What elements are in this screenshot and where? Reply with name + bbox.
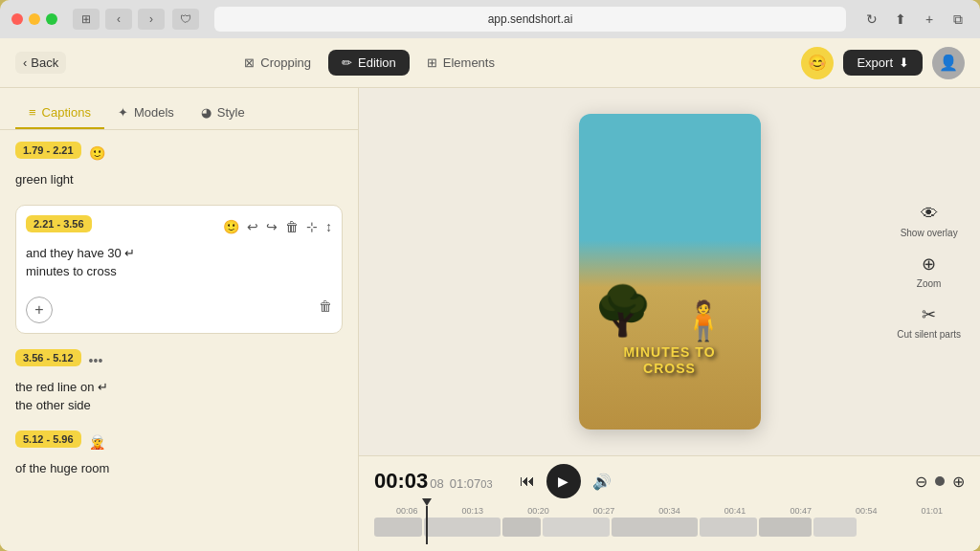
emoji-button[interactable]: 😊 xyxy=(801,47,834,79)
caption-line1: MINUTES TO xyxy=(623,344,715,360)
address-bar[interactable]: app.sendshort.ai xyxy=(214,7,846,32)
video-caption-overlay: MINUTES TO CROSS xyxy=(579,344,761,377)
caption-controls-2: 2.21 - 3.56 🙂 ↩ ↪ 🗑 ⊹ ↕ xyxy=(26,215,332,238)
refresh-icon[interactable]: ↻ xyxy=(861,9,882,30)
emoji-icon-2[interactable]: 🙂 xyxy=(223,219,239,234)
timeline-clip-5 xyxy=(612,518,698,537)
list-item: 3.56 - 5.12 ••• the red line on ↵ the ot… xyxy=(15,349,343,415)
maximize-window-button[interactable] xyxy=(46,13,57,25)
models-icon: ✦ xyxy=(118,105,128,120)
timeline-clip-8 xyxy=(813,518,857,537)
minimize-window-button[interactable] xyxy=(29,13,40,25)
ruler-mark-2: 00:13 xyxy=(440,506,506,516)
character-decoration: 🧍 xyxy=(679,298,727,343)
tab-cropping[interactable]: ⊠ Cropping xyxy=(231,50,324,76)
sidebar-tab-captions[interactable]: ≡ Captions xyxy=(15,98,104,129)
models-label: Models xyxy=(134,105,174,120)
browser-frame: ⊞ ‹ › 🛡 app.sendshort.ai ↻ ⬆ + ⧉ ‹ Back … xyxy=(0,0,980,551)
export-button[interactable]: Export ⬇ xyxy=(843,50,923,76)
add-segment-icon[interactable]: ⊹ xyxy=(306,219,318,234)
caption-text-3b[interactable]: the other side xyxy=(15,396,343,415)
caption-text-1[interactable]: green light xyxy=(15,170,343,189)
browser-navigation: ⊞ ‹ › xyxy=(73,9,165,30)
new-tab-icon[interactable]: + xyxy=(919,9,940,30)
app-content: ‹ Back ⊠ Cropping ✏ Edition ⊞ Elements � xyxy=(0,38,980,551)
sidebar-tab-style[interactable]: ◕ Style xyxy=(188,98,258,129)
skip-back-button[interactable]: ⏮ xyxy=(520,473,535,490)
close-window-button[interactable] xyxy=(11,13,23,25)
user-avatar[interactable]: 👤 xyxy=(932,47,965,79)
video-area: 🌳 🧍 MINUTES TO CROSS xyxy=(359,88,980,455)
tab-cropping-label: Cropping xyxy=(260,55,311,70)
timeline-zoom-controls: ⊖ ⊕ xyxy=(915,473,965,491)
time-display: 00:03 08 01:0703 xyxy=(374,469,493,494)
caption-text-2a[interactable]: and they have 30 ↵ xyxy=(26,244,332,263)
video-preview: 🌳 🧍 MINUTES TO CROSS xyxy=(579,114,761,430)
header-right: 😊 Export ⬇ 👤 xyxy=(801,47,965,79)
forward-navigation-button[interactable]: › xyxy=(138,9,165,30)
timeline-playhead[interactable] xyxy=(426,506,428,544)
zoom-in-button[interactable]: ⊕ xyxy=(952,473,965,491)
video-caption-text: MINUTES TO CROSS xyxy=(587,344,753,377)
captions-icon: ≡ xyxy=(29,105,36,120)
style-label: Style xyxy=(217,105,245,120)
style-icon: ◕ xyxy=(201,105,212,120)
timeline-clip-2 xyxy=(424,518,501,537)
ruler-mark-3: 00:20 xyxy=(505,506,571,516)
volume-button[interactable]: 🔊 xyxy=(592,473,612,491)
timeline-clip-1 xyxy=(374,518,422,537)
back-button[interactable]: ‹ Back xyxy=(15,52,66,74)
playhead-indicator xyxy=(422,498,432,506)
zoom-icon: ⊕ xyxy=(922,253,936,275)
back-label: Back xyxy=(31,55,58,70)
tab-edition[interactable]: ✏ Edition xyxy=(328,50,410,76)
traffic-lights xyxy=(11,13,57,25)
sidebar-tabs: ≡ Captions ✦ Models ◕ Style xyxy=(0,88,358,130)
zoom-dot-indicator xyxy=(935,476,945,486)
timeline-area: 00:03 08 01:0703 ⏮ ▶ 🔊 ⊖ xyxy=(359,455,980,551)
browser-right-controls: ↻ ⬆ + ⧉ xyxy=(861,9,969,30)
scissors-icon: ✂ xyxy=(922,304,936,325)
caption-timestamp-1: 1.79 - 2.21 xyxy=(15,142,81,159)
zoom-control[interactable]: ⊕ Zoom xyxy=(917,253,942,289)
timeline-track[interactable]: 00:06 00:13 00:20 00:27 00:34 00:41 00:4… xyxy=(359,506,980,544)
edit-icon: ✏ xyxy=(342,55,352,70)
add-caption-button[interactable]: + xyxy=(26,297,53,323)
zoom-out-button[interactable]: ⊖ xyxy=(915,473,927,491)
caption-text-3a[interactable]: the red line on ↵ xyxy=(15,378,343,397)
caption-action-icons: 🙂 ↩ ↪ 🗑 ⊹ ↕ xyxy=(223,219,332,234)
caption-line2: CROSS xyxy=(643,361,696,376)
left-sidebar: ≡ Captions ✦ Models ◕ Style xyxy=(0,88,359,551)
caption-text-4[interactable]: of the huge room xyxy=(15,459,343,478)
emoji-icon-1[interactable]: 🙂 xyxy=(89,145,105,161)
cut-silent-control[interactable]: ✂ Cut silent parts xyxy=(897,304,961,340)
undo-icon[interactable]: ↩ xyxy=(247,219,258,234)
split-icon[interactable]: ↕ xyxy=(325,219,332,234)
sidebar-content: 1.79 - 2.21 🙂 green light 2.21 - 3.56 xyxy=(0,130,358,551)
playback-controls: ⏮ ▶ 🔊 xyxy=(520,464,612,498)
header-tabs: ⊠ Cropping ✏ Edition ⊞ Elements xyxy=(231,50,508,76)
back-navigation-button[interactable]: ‹ xyxy=(105,9,132,30)
ruler-mark-8: 00:54 xyxy=(834,506,900,516)
delete-caption-icon[interactable]: 🗑 xyxy=(319,298,332,314)
delete-icon[interactable]: 🗑 xyxy=(285,219,299,234)
sidebar-toggle-icon[interactable]: ⊞ xyxy=(73,9,100,30)
play-button[interactable]: ▶ xyxy=(546,464,581,498)
more-options-icon-3[interactable]: ••• xyxy=(89,353,103,368)
current-frames: 08 xyxy=(430,476,443,491)
sidebar-tab-models[interactable]: ✦ Models xyxy=(104,98,188,129)
ruler-mark-1: 00:06 xyxy=(374,506,440,516)
tabs-icon[interactable]: ⧉ xyxy=(947,9,969,30)
caption-timestamp-4: 5.12 - 5.96 xyxy=(15,430,81,448)
ruler-mark-5: 00:34 xyxy=(636,506,702,516)
ruler-mark-7: 00:47 xyxy=(768,506,834,516)
ruler-marks: 00:06 00:13 00:20 00:27 00:34 00:41 00:4… xyxy=(374,506,965,516)
browser-titlebar: ⊞ ‹ › 🛡 app.sendshort.ai ↻ ⬆ + ⧉ xyxy=(0,0,980,38)
tab-elements[interactable]: ⊞ Elements xyxy=(413,50,508,76)
share-icon[interactable]: ⬆ xyxy=(890,9,911,30)
show-overlay-control[interactable]: 👁 Show overlay xyxy=(901,204,958,238)
list-item: 5.12 - 5.96 🧝 of the huge room xyxy=(15,430,343,478)
caption-text-2b[interactable]: minutes to cross xyxy=(26,262,332,281)
crop-icon: ⊠ xyxy=(244,55,255,70)
redo-icon[interactable]: ↪ xyxy=(266,219,278,234)
